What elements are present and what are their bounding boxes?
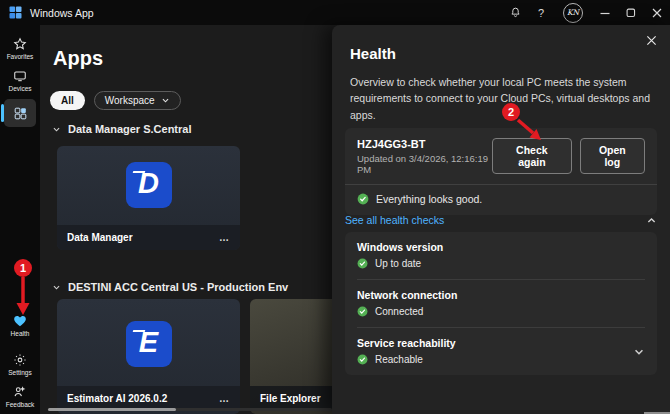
maximize-button[interactable] <box>618 0 644 25</box>
more-options-icon[interactable]: … <box>219 232 230 243</box>
close-icon <box>646 35 657 46</box>
monitor-icon <box>13 69 27 83</box>
minimize-icon <box>600 8 610 18</box>
avatar[interactable]: KN <box>563 3 583 23</box>
check-row-network-connection: Network connection Connected <box>345 280 657 327</box>
gear-icon <box>13 353 27 367</box>
sidebar-item-settings[interactable]: Settings <box>0 353 40 376</box>
filter-pills: All Workspace <box>50 91 181 110</box>
close-window-button[interactable] <box>644 0 670 25</box>
sidebar-item-favorites[interactable]: Favorites <box>0 37 40 60</box>
filter-workspace[interactable]: Workspace <box>94 91 181 110</box>
app-tile-estimator[interactable]: E Estimator AI 2026.0.2 … <box>57 299 240 414</box>
device-updated-timestamp: Updated on 3/4/2026, 12:16:19 PM <box>357 153 492 175</box>
check-circle-icon <box>357 193 369 205</box>
check-again-button[interactable]: Check again <box>492 138 572 174</box>
chevron-down-icon <box>52 125 61 134</box>
filter-all[interactable]: All <box>50 91 85 110</box>
logo-letter: D <box>138 169 159 201</box>
check-circle-icon <box>357 306 368 317</box>
device-name: HZJ4GG3-BT <box>357 138 492 150</box>
scrollbar-thumb[interactable] <box>48 408 176 411</box>
check-circle-icon <box>357 354 368 365</box>
health-panel-description: Overview to check whether your local PC … <box>350 74 654 123</box>
health-checks-card: Windows version Up to date Network conne… <box>345 232 657 375</box>
device-health-card: HZJ4GG3-BT Updated on 3/4/2026, 12:16:19… <box>345 128 657 215</box>
app-name: Estimator AI 2026.0.2 <box>67 393 167 404</box>
help-button[interactable]: ? <box>528 0 554 25</box>
notifications-button[interactable] <box>502 0 528 25</box>
sidebar-item-feedback[interactable]: Feedback <box>0 385 40 408</box>
check-status: Connected <box>375 306 423 317</box>
sidebar-item-apps[interactable] <box>4 99 36 127</box>
open-log-button[interactable]: Open log <box>580 138 645 174</box>
more-options-icon[interactable]: … <box>219 393 230 404</box>
check-status: Reachable <box>375 354 423 365</box>
section-title: DESTINI ACC Central US - Production Env <box>68 281 288 293</box>
check-row-windows-version: Windows version Up to date <box>345 232 657 279</box>
sidebar-item-label: Health <box>11 330 30 337</box>
apps-grid-icon <box>13 106 28 121</box>
horizontal-scrollbar[interactable] <box>48 408 332 411</box>
feedback-icon <box>13 385 27 399</box>
health-panel: Health Overview to check whether your lo… <box>332 25 670 414</box>
chevron-down-icon <box>52 283 61 292</box>
estimator-logo: E <box>126 321 172 367</box>
minimize-button[interactable] <box>592 0 618 25</box>
logo-stripe <box>132 330 145 332</box>
heart-icon <box>13 314 27 328</box>
star-icon <box>13 37 27 51</box>
maximize-icon <box>626 8 636 18</box>
close-panel-button[interactable] <box>646 32 657 50</box>
app-tile-data-manager[interactable]: D Data Manager … <box>57 146 240 250</box>
tile-footer: Estimator AI 2026.0.2 … <box>57 386 240 410</box>
app-name: Data Manager <box>67 232 133 243</box>
section-header-2[interactable]: DESTINI ACC Central US - Production Env <box>52 281 288 293</box>
sidebar-item-label: Favorites <box>7 53 34 60</box>
titlebar: Windows App ? KN <box>0 0 670 25</box>
divider <box>345 184 657 185</box>
data-manager-logo: D <box>126 162 172 208</box>
bell-icon <box>509 6 522 19</box>
chevron-down-icon[interactable] <box>633 346 645 358</box>
check-title: Service reachability <box>357 337 645 349</box>
sidebar-item-label: Devices <box>8 85 31 92</box>
app-title: Windows App <box>30 7 94 19</box>
sidebar-item-label: Settings <box>8 369 32 376</box>
tile-footer: Data Manager … <box>57 225 240 250</box>
sidebar: Favorites Devices Health <box>0 25 40 414</box>
health-summary-text: Everything looks good. <box>376 193 482 205</box>
check-title: Windows version <box>357 241 645 253</box>
check-row-service-reachability[interactable]: Service reachability Reachable <box>345 328 657 375</box>
windows-logo-icon <box>9 6 22 19</box>
close-icon <box>652 8 662 18</box>
section-header-1[interactable]: Data Manager S.Central <box>52 123 191 135</box>
see-all-health-checks[interactable]: See all health checks <box>345 214 657 226</box>
health-panel-title: Health <box>350 45 396 62</box>
check-status: Up to date <box>375 258 421 269</box>
sidebar-item-label: Feedback <box>6 401 35 408</box>
chevron-up-icon[interactable] <box>646 215 657 226</box>
windows-app-window: Windows App ? KN <box>0 0 670 414</box>
logo-stripe <box>132 171 145 173</box>
check-title: Network connection <box>357 289 645 301</box>
section-title: Data Manager S.Central <box>68 123 191 135</box>
chevron-down-icon <box>161 96 170 105</box>
sidebar-item-health[interactable]: Health <box>0 314 40 337</box>
filter-workspace-label: Workspace <box>105 95 155 106</box>
see-all-link[interactable]: See all health checks <box>345 214 444 226</box>
logo-letter: E <box>139 328 158 360</box>
page-title: Apps <box>53 47 103 70</box>
app-name: File Explorer <box>260 393 321 404</box>
sidebar-item-devices[interactable]: Devices <box>0 69 40 92</box>
check-circle-icon <box>357 258 368 269</box>
